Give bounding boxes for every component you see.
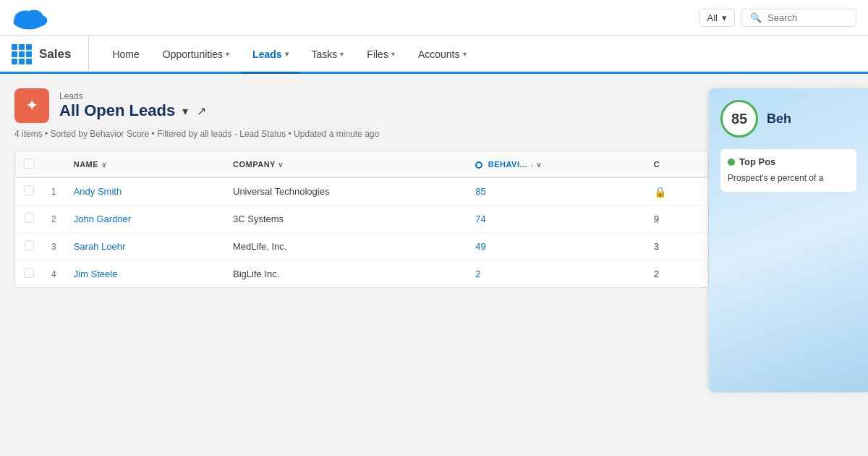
col4-value: 9 [654, 214, 659, 224]
nav-bar: Sales Home Opportunities ▾ Leads ▾ Tasks… [0, 36, 868, 74]
row-checkbox-3[interactable] [24, 268, 34, 278]
top-bar-right: All ▾ 🔍 Search [699, 9, 856, 27]
grid-dot [12, 51, 17, 57]
top-positive-desc: Prospect's e percent of a [728, 172, 849, 185]
score-header: 85 Beh [720, 100, 856, 138]
name-link-2[interactable]: Sarah Loehr [74, 241, 126, 252]
sort-icon-behavior: ↓ ∨ [530, 161, 542, 169]
name-link-3[interactable]: Jim Steele [74, 269, 118, 279]
row-col4-2: 3 [645, 233, 708, 261]
panel-title: Beh [767, 111, 791, 127]
grid-dot [12, 59, 17, 64]
table-row: 3 Sarah Loehr MedLife, Inc. 49 3 [15, 233, 708, 261]
row-checkbox-cell-3 [15, 261, 43, 288]
sort-icon-company: ∨ [278, 161, 284, 169]
score-circle: 85 [720, 100, 758, 138]
row-checkbox-cell-1 [15, 206, 43, 233]
nav-items: Home Opportunities ▾ Leads ▾ Tasks ▾ Fil… [101, 36, 856, 72]
chevron-down-icon: ▾ [226, 50, 229, 58]
row-checkbox-cell-0 [15, 178, 43, 206]
leads-table-container: NAME ∨ COMPANY ∨ BEHAVI... ↓ ∨ C [14, 151, 709, 288]
row-number-0: 1 [43, 178, 65, 206]
table-header: NAME ∨ COMPANY ∨ BEHAVI... ↓ ∨ C [15, 151, 708, 178]
col4-label: C [654, 160, 660, 169]
name-link-0[interactable]: Andy Smith [74, 186, 122, 197]
list-icon: ✦ [14, 88, 49, 123]
list-title-block: Leads All Open Leads ▾ ↗ [59, 91, 208, 120]
header-row-num [43, 151, 65, 178]
nav-label-home: Home [112, 48, 139, 60]
chevron-down-icon: ▾ [722, 12, 727, 23]
sidebar-item-accounts[interactable]: Accounts ▾ [407, 36, 478, 72]
row-name-1: John Gardner [65, 206, 224, 233]
behavior-col-label: BEHAVI... [488, 160, 527, 169]
header-name[interactable]: NAME ∨ [65, 151, 224, 178]
svg-text:✦: ✦ [25, 96, 38, 114]
grid-dot [12, 44, 17, 50]
app-name: Sales [39, 47, 71, 62]
list-title-row: All Open Leads ▾ ↗ [59, 101, 208, 120]
score-value: 85 [731, 111, 747, 127]
row-name-2: Sarah Loehr [65, 233, 224, 261]
sidebar-item-home[interactable]: Home [101, 36, 150, 72]
row-company-3: BigLife Inc. [224, 261, 467, 288]
all-dropdown[interactable]: All ▾ [699, 9, 735, 27]
row-col4-3: 2 [645, 261, 708, 288]
nav-app-name: Sales [12, 36, 89, 72]
row-company-0: Universal Technologies [224, 178, 467, 206]
nav-label-accounts: Accounts [418, 48, 460, 60]
row-checkbox-0[interactable] [24, 185, 34, 195]
row-number-2: 3 [43, 233, 65, 261]
table-row: 4 Jim Steele BigLife Inc. 2 2 [15, 261, 708, 288]
nav-label-files: Files [367, 48, 388, 60]
row-name-0: Andy Smith [65, 178, 224, 206]
row-company-2: MedLife, Inc. [224, 233, 467, 261]
sidebar-item-leads[interactable]: Leads ▾ [241, 36, 299, 74]
side-panel: 85 Beh Top Pos Prospect's e percent of a [709, 88, 868, 392]
table-row: 1 Andy Smith Universal Technologies 85 🔒 [15, 178, 708, 206]
search-label: Search [767, 12, 797, 23]
row-col4-0: 🔒 [645, 178, 708, 206]
header-col4: C [645, 151, 708, 178]
all-label: All [707, 12, 718, 23]
title-dropdown-button[interactable]: ▾ [181, 103, 190, 119]
nav-label-tasks: Tasks [312, 48, 338, 60]
nav-label-opportunities: Opportunities [163, 48, 223, 60]
header-behavior[interactable]: BEHAVI... ↓ ∨ [467, 151, 645, 178]
sidebar-item-tasks[interactable]: Tasks ▾ [300, 36, 356, 72]
grid-icon[interactable] [12, 44, 32, 64]
sort-icon-name: ∨ [101, 161, 107, 169]
list-breadcrumb: Leads [59, 91, 208, 101]
row-behavior-3: 2 [467, 261, 645, 288]
name-col-label: NAME [74, 160, 98, 169]
top-bar: All ▾ 🔍 Search [0, 0, 868, 36]
name-link-1[interactable]: John Gardner [74, 214, 132, 224]
search-bar[interactable]: 🔍 Search [741, 9, 856, 27]
sidebar-item-opportunities[interactable]: Opportunities ▾ [151, 36, 241, 72]
behavior-circle-icon [475, 161, 482, 169]
grid-dot [19, 51, 25, 57]
sidebar-item-files[interactable]: Files ▾ [355, 36, 407, 72]
green-dot-icon [728, 159, 735, 166]
row-number-1: 2 [43, 206, 65, 233]
grid-dot [19, 44, 25, 50]
salesforce-logo [12, 5, 49, 31]
header-company[interactable]: COMPANY ∨ [224, 151, 467, 178]
row-behavior-1: 74 [467, 206, 645, 233]
chevron-down-icon: ▾ [340, 50, 344, 58]
list-view-title: All Open Leads [59, 101, 175, 120]
row-checkbox-2[interactable] [24, 240, 34, 250]
top-positive-card: Top Pos Prospect's e percent of a [720, 149, 856, 192]
chevron-down-icon: ▾ [391, 50, 395, 58]
row-checkbox-1[interactable] [24, 213, 34, 223]
table-row: 2 John Gardner 3C Systems 74 9 [15, 206, 708, 233]
row-name-3: Jim Steele [65, 261, 224, 288]
chevron-down-icon: ▾ [285, 50, 289, 58]
top-positive-text: Top Pos [739, 156, 775, 167]
leads-table: NAME ∨ COMPANY ∨ BEHAVI... ↓ ∨ C [15, 151, 708, 287]
select-all-checkbox[interactable] [24, 159, 34, 169]
pin-button[interactable]: ↗ [195, 103, 208, 119]
row-behavior-2: 49 [467, 233, 645, 261]
search-icon: 🔍 [750, 12, 762, 23]
grid-dot [26, 51, 32, 57]
